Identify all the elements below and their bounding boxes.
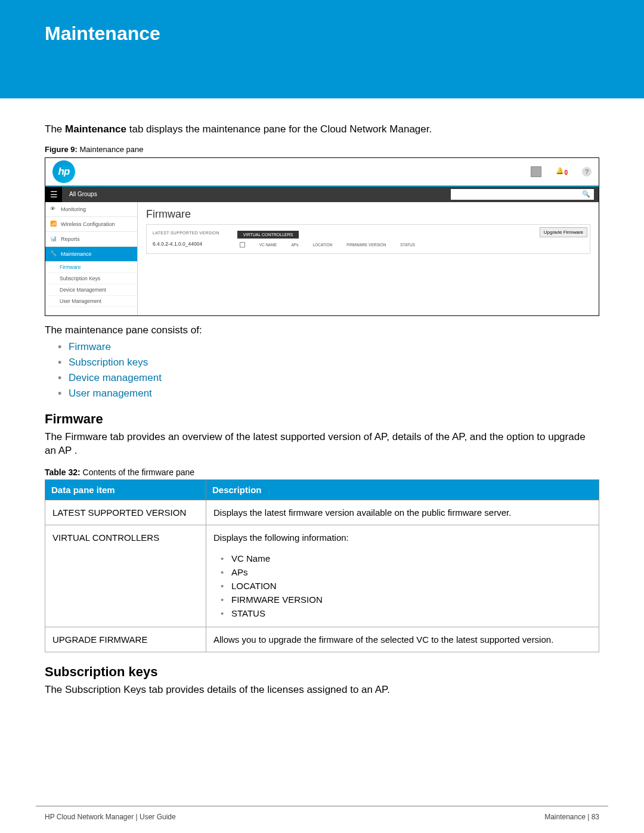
firmware-panel: LATEST SUPPORTED VERSION 6.4.0.2-4.1.0.0… — [146, 224, 590, 254]
screenshot-top-right: 🔔0 ? — [531, 166, 592, 177]
section-firmware-para: The Firmware tab provides an overview of… — [45, 431, 599, 458]
screenshot-navbar: ☰ All Groups 🔍 — [45, 187, 599, 202]
cell-item: LATEST SUPPORTED VERSION — [45, 500, 206, 525]
hp-logo: hp — [52, 160, 75, 183]
list-item: STATUS — [221, 607, 592, 620]
screenshot-body: 👁Monitoring 📶Wireless Configuration 📊Rep… — [45, 202, 599, 315]
screenshot-sidebar: 👁Monitoring 📶Wireless Configuration 📊Rep… — [45, 202, 138, 315]
sidebar-label: Wireless Configuration — [61, 221, 115, 227]
link-user-management[interactable]: User management — [58, 388, 599, 400]
hamburger-icon[interactable]: ☰ — [45, 187, 62, 202]
pane-links-list: Firmware Subscription keys Device manage… — [45, 341, 599, 400]
col-aps: APs — [291, 243, 298, 247]
wifi-icon: 📶 — [50, 221, 57, 228]
upgrade-firmware-button[interactable]: Upgrade Firmware — [540, 227, 587, 237]
table-caption-label: Table 32: — [45, 467, 80, 477]
sidebar-sub-firmware[interactable]: Firmware — [45, 262, 137, 273]
latest-supported-label: LATEST SUPPORTED VERSION — [153, 231, 219, 235]
sidebar-item-reports[interactable]: 📊Reports — [45, 232, 137, 247]
search-icon: 🔍 — [582, 190, 590, 198]
latest-supported-value: 6.4.0.2-4.1.0.0_44004 — [153, 241, 219, 247]
cell-desc: Allows you to upgrade the firmware of th… — [206, 627, 599, 652]
sidebar-sub-subscription-keys[interactable]: Subscription Keys — [45, 273, 137, 284]
figure-screenshot: hp 🔔0 ? ☰ All Groups 🔍 👁Monitoring 📶Wire… — [45, 157, 599, 316]
sidebar-item-monitoring[interactable]: 👁Monitoring — [45, 202, 137, 217]
th-desc: Description — [206, 479, 599, 500]
vc-info-list: VC Name APs LOCATION FIRMWARE VERSION ST… — [213, 552, 592, 620]
list-item: VC Name — [221, 552, 592, 565]
sidebar-label: Reports — [61, 236, 80, 242]
consists-of-text: The maintenance pane consists of: — [45, 324, 599, 336]
sidebar-sub-device-management[interactable]: Device Management — [45, 284, 137, 296]
footer-rule — [36, 806, 608, 807]
wrench-icon: 🔧 — [50, 250, 57, 258]
intro-bold: Maintenance — [65, 123, 126, 135]
screenshot-main-title: Firmware — [146, 208, 590, 221]
cell-desc-intro: Displays the following information: — [213, 532, 349, 543]
chapter-title: Maintenance — [45, 23, 160, 44]
footer-right: Maintenance | 83 — [544, 813, 599, 821]
figure-label: Figure 9: — [45, 145, 78, 154]
screenshot-topbar: hp 🔔0 ? — [45, 158, 599, 187]
col-location: LOCATION — [312, 243, 332, 247]
bell-icon[interactable]: 🔔0 — [556, 167, 568, 176]
vc-table-header: VC NAME APs LOCATION FIRMWARE VERSION ST… — [237, 239, 584, 247]
chapter-banner: Maintenance — [0, 0, 644, 98]
th-item: Data pane item — [45, 479, 206, 500]
table-caption-text: Contents of the firmware pane — [83, 467, 195, 477]
help-icon[interactable]: ? — [582, 167, 592, 176]
firmware-latest: LATEST SUPPORTED VERSION 6.4.0.2-4.1.0.0… — [153, 231, 219, 247]
cell-desc: Displays the following information: VC N… — [206, 525, 599, 627]
table-row: UPGRADE FIRMWARE Allows you to upgrade t… — [45, 627, 599, 652]
section-subkeys-heading: Subscription keys — [45, 664, 599, 680]
screenshot-main: Firmware LATEST SUPPORTED VERSION 6.4.0.… — [138, 202, 599, 315]
sidebar-item-maintenance[interactable]: 🔧Maintenance — [45, 247, 137, 262]
firmware-contents-table: Data pane item Description LATEST SUPPOR… — [45, 479, 599, 652]
table-row: LATEST SUPPORTED VERSION Displays the la… — [45, 500, 599, 525]
cell-item: VIRTUAL CONTROLLERS — [45, 525, 206, 627]
sidebar-sub-user-management[interactable]: User Management — [45, 296, 137, 307]
col-status: STATUS — [400, 243, 415, 247]
cell-item: UPGRADE FIRMWARE — [45, 627, 206, 652]
sidebar-label: Monitoring — [61, 206, 86, 212]
table-caption: Table 32: Contents of the firmware pane — [45, 467, 599, 477]
virtual-controllers-tab[interactable]: VIRTUAL CONTROLLERS — [237, 231, 299, 239]
chart-icon: 📊 — [50, 236, 57, 243]
section-subkeys-para: The Subscription Keys tab provides detai… — [45, 683, 599, 697]
intro-post: tab displays the maintenance pane for th… — [126, 123, 432, 135]
page-content: The Maintenance tab displays the mainten… — [0, 98, 644, 697]
select-all-checkbox[interactable] — [240, 242, 245, 247]
list-item: APs — [221, 566, 592, 578]
eye-icon: 👁 — [50, 206, 57, 213]
search-input[interactable]: 🔍 — [451, 189, 594, 200]
page-footer: HP Cloud Network Manager | User Guide Ma… — [45, 813, 599, 821]
breadcrumb[interactable]: All Groups — [62, 187, 109, 202]
figure-text: Maintenance pane — [80, 145, 144, 154]
intro-pre: The — [45, 123, 65, 135]
footer-left: HP Cloud Network Manager | User Guide — [45, 813, 176, 821]
user-avatar-icon[interactable] — [531, 166, 541, 177]
sidebar-item-wireless[interactable]: 📶Wireless Configuration — [45, 217, 137, 232]
col-firmware-version: FIRMWARE VERSION — [346, 243, 386, 247]
figure-caption: Figure 9: Maintenance pane — [45, 145, 599, 154]
col-vcname: VC NAME — [259, 243, 277, 247]
section-firmware-heading: Firmware — [45, 411, 599, 427]
table-row: VIRTUAL CONTROLLERS Displays the followi… — [45, 525, 599, 627]
virtual-controllers-block: VIRTUAL CONTROLLERS VC NAME APs LOCATION… — [237, 231, 584, 247]
alert-count: 0 — [564, 169, 568, 176]
cell-desc: Displays the latest firmware version ava… — [206, 500, 599, 525]
intro-paragraph: The Maintenance tab displays the mainten… — [45, 122, 599, 137]
link-subscription-keys[interactable]: Subscription keys — [58, 357, 599, 368]
sidebar-label: Maintenance — [61, 251, 92, 257]
list-item: FIRMWARE VERSION — [221, 593, 592, 606]
link-device-management[interactable]: Device management — [58, 372, 599, 384]
link-firmware[interactable]: Firmware — [58, 341, 599, 353]
list-item: LOCATION — [221, 580, 592, 592]
